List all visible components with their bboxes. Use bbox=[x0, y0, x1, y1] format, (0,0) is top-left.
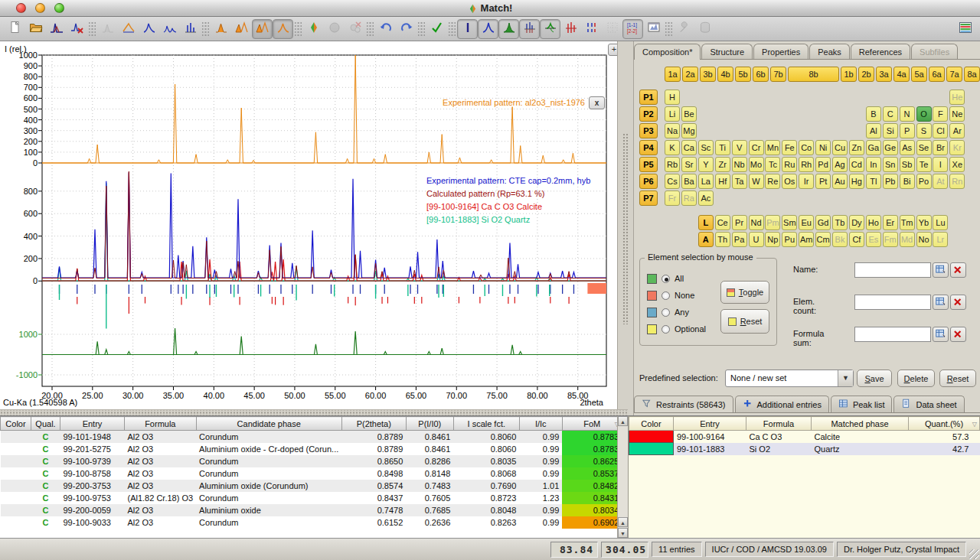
element-button-se[interactable]: Se bbox=[916, 140, 932, 155]
element-button-rh[interactable]: Rh bbox=[799, 157, 814, 172]
element-button-xe[interactable]: Xe bbox=[949, 157, 965, 172]
element-button-os[interactable]: Os bbox=[782, 174, 797, 189]
clear-field-button[interactable] bbox=[950, 295, 966, 310]
column-header-qual[interactable]: Qual. bbox=[31, 417, 60, 431]
element-button-ce[interactable]: Ce bbox=[715, 215, 730, 230]
table-row[interactable]: C99-100-9033Al2 O3Corundum0.61520.26360.… bbox=[1, 516, 622, 529]
show-candidate-peaks-button[interactable] bbox=[581, 19, 602, 39]
close-pattern-button[interactable]: x bbox=[589, 96, 605, 109]
tab-structure[interactable]: Structure bbox=[701, 44, 753, 60]
chevron-down-icon[interactable]: ▼ bbox=[838, 370, 853, 386]
table-row[interactable]: C99-100-8758Al2 O3Corundum0.84980.81480.… bbox=[1, 467, 622, 480]
element-button-ni[interactable]: Ni bbox=[815, 140, 831, 155]
periodic-picker-button[interactable] bbox=[933, 327, 949, 342]
element-button-ga[interactable]: Ga bbox=[866, 140, 881, 155]
element-button-tc[interactable]: Tc bbox=[765, 157, 780, 172]
element-button-i[interactable]: I bbox=[933, 157, 948, 172]
element-button-s[interactable]: S bbox=[916, 123, 932, 138]
reset-selection-button[interactable]: Reset bbox=[720, 309, 769, 334]
period-button-p1[interactable]: P1 bbox=[639, 90, 658, 105]
element-button-bi[interactable]: Bi bbox=[900, 174, 915, 189]
group-button-8b[interactable]: 8b bbox=[788, 67, 839, 82]
group-button-7b[interactable]: 7b bbox=[770, 67, 786, 82]
tab-peak-list[interactable]: Peak list bbox=[831, 396, 893, 412]
peak-fitting-toggle-button[interactable] bbox=[252, 19, 273, 39]
subtract-background-button[interactable] bbox=[118, 19, 139, 39]
import-diffraction-pattern-button[interactable] bbox=[46, 19, 67, 39]
periodic-picker-button[interactable] bbox=[933, 295, 949, 310]
group-button-1a[interactable]: 1a bbox=[665, 67, 681, 82]
element-button-eu[interactable]: Eu bbox=[799, 215, 814, 230]
element-button-pr[interactable]: Pr bbox=[732, 215, 747, 230]
scroll-down-button[interactable]: ▼ bbox=[618, 528, 628, 538]
resize-grip[interactable] bbox=[969, 549, 979, 559]
tab-references[interactable]: References bbox=[851, 44, 910, 60]
selection-option-all[interactable]: All bbox=[647, 273, 684, 284]
radio-any[interactable] bbox=[662, 308, 670, 317]
automatic-check-button[interactable] bbox=[426, 19, 447, 39]
selection-option-optional[interactable]: Optional bbox=[647, 324, 706, 334]
scroll-up-button[interactable]: ▲ bbox=[618, 416, 628, 426]
element-button-lu[interactable]: Lu bbox=[933, 215, 948, 230]
element-button-no[interactable]: No bbox=[916, 232, 932, 247]
radio-all[interactable] bbox=[662, 275, 670, 283]
element-button-cd[interactable]: Cd bbox=[849, 157, 864, 172]
column-header-color[interactable]: Color bbox=[629, 417, 674, 431]
element-button-ne[interactable]: Ne bbox=[949, 106, 965, 122]
column-header-fom[interactable]: FoM▽ bbox=[562, 417, 622, 431]
element-button-yb[interactable]: Yb bbox=[916, 215, 932, 230]
save-button[interactable]: Save bbox=[857, 370, 892, 387]
group-button-6b[interactable]: 6b bbox=[753, 67, 769, 82]
selection-option-any[interactable]: Any bbox=[647, 307, 689, 317]
column-header-entry[interactable]: Entry bbox=[674, 417, 746, 431]
show-peak-markers-button[interactable] bbox=[519, 19, 540, 39]
column-header-iic[interactable]: I/Ic bbox=[519, 417, 562, 431]
tab-properties[interactable]: Properties bbox=[753, 44, 808, 60]
group-button-3a[interactable]: 3a bbox=[876, 67, 892, 82]
element-button-as[interactable]: As bbox=[900, 140, 915, 155]
element-button-co[interactable]: Co bbox=[799, 140, 814, 155]
element-button-na[interactable]: Na bbox=[665, 123, 680, 138]
element-button-ru[interactable]: Ru bbox=[782, 157, 797, 172]
element-button-o[interactable]: O bbox=[916, 106, 932, 122]
element-button-tm[interactable]: Tm bbox=[900, 215, 915, 230]
field-input-formulasum[interactable] bbox=[854, 327, 931, 342]
element-button-in[interactable]: In bbox=[866, 157, 881, 172]
column-header-color[interactable]: Color bbox=[1, 417, 31, 431]
element-button-be[interactable]: Be bbox=[681, 106, 697, 122]
element-button-ca[interactable]: Ca bbox=[681, 140, 697, 155]
strip-kalpha2-button[interactable] bbox=[159, 19, 180, 39]
element-button-ar[interactable]: Ar bbox=[949, 123, 965, 138]
table-row[interactable]: C99-101-1948Al2 O3Corundum0.87890.84610.… bbox=[1, 431, 622, 443]
column-header-candidatephase[interactable]: Candidate phase bbox=[196, 417, 341, 431]
element-button-nd[interactable]: Nd bbox=[749, 215, 764, 230]
element-button-ag[interactable]: Ag bbox=[832, 157, 848, 172]
radio-none[interactable] bbox=[662, 291, 670, 300]
show-experimental-profile-button[interactable] bbox=[478, 19, 498, 39]
vertical-splitter[interactable] bbox=[617, 41, 634, 415]
diffraction-pattern-plot[interactable]: 1000900800700600500400300200100080060040… bbox=[0, 41, 617, 415]
element-button-v[interactable]: V bbox=[732, 140, 747, 155]
toggle-selection-button[interactable]: Toggle bbox=[720, 281, 769, 304]
horizontal-splitter[interactable] bbox=[0, 409, 628, 415]
element-button-f[interactable]: F bbox=[933, 106, 948, 122]
element-button-hg[interactable]: Hg bbox=[849, 174, 864, 189]
show-cursor-line-button[interactable] bbox=[457, 19, 478, 39]
group-button-7a[interactable]: 7a bbox=[946, 67, 962, 82]
element-button-ta[interactable]: Ta bbox=[732, 174, 747, 189]
column-header-matchedphase[interactable]: Matched phase bbox=[812, 417, 909, 431]
element-button-cl[interactable]: Cl bbox=[933, 123, 948, 138]
element-button-np[interactable]: Np bbox=[765, 232, 780, 247]
element-button-ba[interactable]: Ba bbox=[681, 174, 697, 189]
period-button-p7[interactable]: P7 bbox=[639, 190, 658, 206]
element-button-sn[interactable]: Sn bbox=[883, 157, 898, 172]
element-button-sc[interactable]: Sc bbox=[698, 140, 714, 155]
group-button-5b[interactable]: 5b bbox=[735, 67, 751, 82]
element-button-pd[interactable]: Pd bbox=[815, 157, 831, 172]
element-button-au[interactable]: Au bbox=[832, 174, 848, 189]
candidate-list-scrollbar[interactable]: ▲ ▲ ▼ bbox=[617, 416, 628, 538]
element-button-re[interactable]: Re bbox=[765, 174, 780, 189]
element-button-sm[interactable]: Sm bbox=[782, 215, 797, 230]
table-row[interactable]: C99-200-0059Al2 O3Aluminium oxide0.74780… bbox=[1, 504, 622, 516]
element-button-rb[interactable]: Rb bbox=[665, 157, 680, 172]
